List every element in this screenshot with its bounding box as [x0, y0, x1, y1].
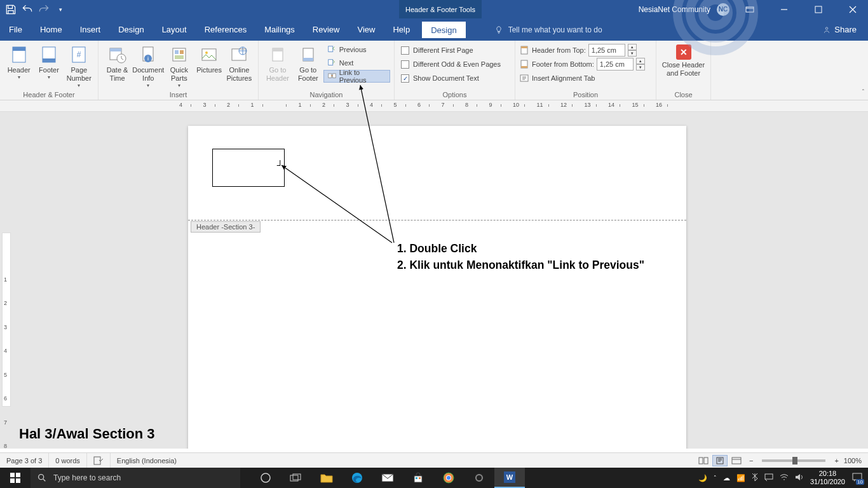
tab-hf-design[interactable]: Design: [421, 21, 466, 38]
tray-volume-icon[interactable]: [795, 473, 804, 482]
zoom-out-button[interactable]: −: [749, 457, 753, 464]
close-button[interactable]: [839, 0, 867, 18]
header-content-box[interactable]: [212, 149, 285, 187]
page-number-button[interactable]: # Page Number: [64, 42, 94, 88]
header-top-input[interactable]: 1,25 cm: [588, 44, 625, 57]
link-to-previous-button[interactable]: Link to Previous: [323, 70, 390, 83]
annotation-text: 1. Double Click 2. Klik untuk Menonaktif…: [397, 240, 644, 273]
tab-mailings[interactable]: Mailings: [255, 18, 304, 41]
group-label-hf: Header & Footer: [4, 90, 94, 100]
group-label-position: Position: [519, 90, 652, 100]
next-icon: [327, 58, 336, 67]
collapse-ribbon-icon[interactable]: ˆ: [862, 89, 864, 96]
tab-view[interactable]: View: [348, 18, 384, 41]
svg-rect-46: [10, 473, 15, 477]
edge-icon[interactable]: [342, 468, 372, 488]
text-cursor: ┘: [277, 160, 283, 170]
tab-references[interactable]: References: [196, 18, 255, 41]
share-button[interactable]: Share: [811, 18, 868, 41]
date-time-button[interactable]: Date & Time: [102, 42, 132, 83]
spin-up[interactable]: ▲: [636, 58, 645, 64]
status-language[interactable]: English (Indonesia): [111, 453, 183, 468]
print-layout-icon[interactable]: [712, 455, 728, 466]
tab-layout[interactable]: Layout: [153, 18, 196, 41]
read-mode-icon[interactable]: [696, 455, 711, 466]
insert-alignment-tab-button[interactable]: Insert Alignment Tab: [519, 71, 645, 85]
word-icon[interactable]: W: [494, 468, 525, 488]
tray-wifi-icon[interactable]: [780, 473, 789, 482]
document-info-button[interactable]: i Document Info: [132, 42, 164, 88]
title-bar: ▾ Document1 - Word Header & Footer Tools…: [0, 0, 868, 18]
zoom-level[interactable]: 100%: [844, 457, 862, 464]
spin-down[interactable]: ▼: [628, 50, 637, 57]
start-button[interactable]: [0, 468, 31, 488]
previous-button[interactable]: Previous: [323, 43, 390, 56]
svg-point-51: [261, 473, 270, 482]
ribbon-display-icon[interactable]: [736, 0, 764, 18]
zoom-in-button[interactable]: +: [834, 457, 838, 464]
tray-network-icon[interactable]: 📶: [736, 474, 745, 482]
chrome-icon[interactable]: [433, 468, 464, 488]
spin-up[interactable]: ▲: [628, 44, 637, 50]
tray-chevron-icon[interactable]: ˄: [714, 475, 717, 481]
tray-clock[interactable]: 20:18 31/10/2020: [810, 470, 845, 486]
tell-me-search[interactable]: Tell me what you want to do: [494, 18, 602, 41]
user-name[interactable]: NesiaNet Community: [639, 5, 710, 14]
link-icon: [328, 72, 336, 81]
tab-home[interactable]: Home: [31, 18, 71, 41]
cortana-icon[interactable]: [250, 468, 281, 488]
tray-onedrive-icon[interactable]: ☁: [723, 474, 730, 482]
header-button[interactable]: Header: [4, 42, 34, 80]
footer-bottom-icon: [519, 59, 529, 69]
notifications-icon[interactable]: 10: [851, 472, 863, 484]
footer-bottom-input[interactable]: 1,25 cm: [597, 58, 634, 71]
mail-icon[interactable]: [372, 468, 403, 488]
tray-language-icon[interactable]: [764, 473, 773, 482]
task-view-icon[interactable]: [281, 468, 311, 488]
checkbox-checked-icon: ✓: [401, 74, 409, 83]
minimize-button[interactable]: [770, 0, 798, 18]
tray-weather-icon[interactable]: 🌙: [698, 474, 707, 482]
file-explorer-icon[interactable]: [311, 468, 342, 488]
tab-design[interactable]: Design: [109, 18, 153, 41]
qat-dropdown-icon[interactable]: ▾: [53, 3, 67, 17]
different-odd-even-checkbox[interactable]: Different Odd & Even Pages: [398, 57, 503, 71]
show-document-text-checkbox[interactable]: ✓Show Document Text: [398, 71, 503, 85]
pictures-button[interactable]: Pictures: [194, 42, 224, 74]
redo-icon[interactable]: [37, 3, 51, 17]
different-first-page-checkbox[interactable]: Different First Page: [398, 43, 503, 57]
web-layout-icon[interactable]: [729, 455, 744, 466]
online-pictures-button[interactable]: Online Pictures: [224, 42, 254, 83]
goto-footer-button[interactable]: Go to Footer: [293, 42, 323, 83]
save-icon[interactable]: [4, 3, 18, 17]
svg-rect-57: [419, 477, 421, 479]
tab-file[interactable]: File: [0, 18, 31, 41]
search-placeholder: Type here to search: [53, 473, 121, 482]
page[interactable]: ┘ Header -Section 3-: [188, 126, 686, 449]
store-icon[interactable]: [403, 468, 433, 488]
spin-down[interactable]: ▼: [636, 64, 645, 71]
taskbar-search[interactable]: Type here to search: [31, 468, 240, 488]
zoom-slider[interactable]: [762, 459, 825, 462]
tab-review[interactable]: Review: [304, 18, 349, 41]
status-words[interactable]: 0 words: [49, 453, 87, 468]
ruler-vertical[interactable]: 12345678910: [2, 233, 11, 407]
tray-bluetooth-icon[interactable]: [752, 473, 758, 483]
tab-help[interactable]: Help: [384, 18, 419, 41]
maximize-button[interactable]: [804, 0, 832, 18]
footer-button[interactable]: Footer: [34, 42, 64, 80]
ruler-horizontal[interactable]: 432112345678910111213141516: [0, 100, 868, 112]
status-page[interactable]: Page 3 of 3: [0, 453, 49, 468]
close-header-footer-button[interactable]: ✕ Close Headerand Footer: [660, 42, 707, 78]
next-button[interactable]: Next: [323, 57, 390, 69]
user-avatar[interactable]: NC: [717, 3, 729, 16]
obs-icon[interactable]: [464, 468, 494, 488]
goto-footer-icon: [298, 44, 318, 65]
goto-header-button[interactable]: Go to Header: [262, 42, 293, 83]
quick-parts-button[interactable]: Quick Parts: [164, 42, 194, 88]
undo-icon[interactable]: [20, 3, 34, 17]
previous-icon: [327, 45, 336, 54]
page-section-label: Hal 3/Awal Section 3: [19, 426, 155, 442]
status-proofing-icon[interactable]: [87, 453, 111, 468]
tab-insert[interactable]: Insert: [71, 18, 110, 41]
